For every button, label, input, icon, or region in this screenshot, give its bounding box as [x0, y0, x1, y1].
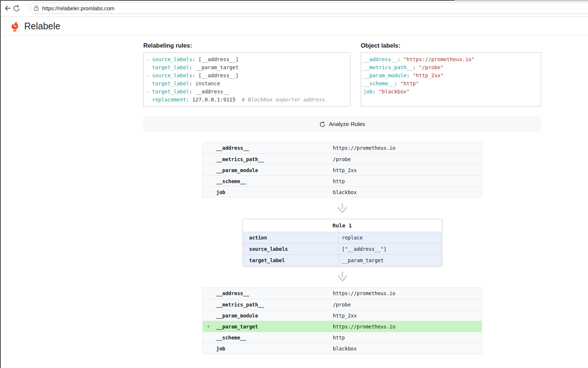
- labels-editor[interactable]: __address__: "https://prometheus.io"__me…: [361, 52, 541, 107]
- label-row: __param_modulehttp_2xx: [203, 310, 482, 321]
- yaml-key: __address__: [363, 56, 397, 62]
- input-labels-table: __address__https://prometheus.io__metric…: [202, 142, 482, 198]
- label-key: __metrics_path__: [203, 302, 333, 308]
- yaml-value: "http": [400, 81, 419, 86]
- rule-key: action: [243, 232, 338, 243]
- rule-key: source_labels: [243, 244, 338, 254]
- label-value: http_2xx: [333, 313, 357, 319]
- rule-rows: actionreplacesource_labels["__address__"…: [243, 232, 442, 266]
- yaml-key: target_label: [152, 81, 189, 86]
- label-key: __param_module: [203, 167, 333, 173]
- label-key: __scheme__: [203, 335, 333, 341]
- yaml-key: source_labels: [152, 73, 192, 78]
- label-value: /probe: [333, 156, 351, 162]
- reload-icon: [13, 5, 20, 12]
- code-line: __metrics_path__: "/probe": [363, 63, 539, 71]
- window-top-edge-right: [455, 0, 588, 1]
- back-button[interactable]: [3, 3, 12, 14]
- reload-button[interactable]: [12, 3, 21, 14]
- label-value: http: [333, 335, 345, 341]
- rule-row: source_labels["__address__"]: [243, 243, 442, 254]
- analyze-rules-button[interactable]: Analyze Rules: [143, 116, 541, 132]
- code-line: - source_labels: [__address__]: [146, 55, 348, 63]
- label-row: __address__https://prometheus.io: [203, 142, 482, 153]
- rule-row: actionreplace: [243, 232, 442, 243]
- yaml-key: job: [363, 89, 372, 94]
- label-row: __address__https://prometheus.io: [203, 288, 482, 299]
- label-key: __metrics_path__: [203, 156, 333, 162]
- label-row: __param_modulehttp_2xx: [203, 164, 482, 175]
- yaml-key: replacement: [152, 97, 186, 103]
- label-value: blackbox: [333, 346, 357, 352]
- yaml-value: [__address__]: [198, 73, 239, 78]
- rule-title: Rule 1: [243, 219, 442, 232]
- yaml-value: instance: [195, 81, 220, 86]
- yaml-value: [__address__]: [198, 56, 239, 62]
- refresh-cycle-icon: [319, 121, 326, 127]
- label-row: __scheme__http: [203, 332, 482, 343]
- yaml-comment: # Blackbox exporter address.: [235, 97, 328, 103]
- label-key: __param_module: [203, 313, 333, 319]
- window-left-edge: [0, 0, 1, 368]
- browser-toolbar: https://relabeler.promlabs.com: [0, 0, 588, 17]
- label-value: https://prometheus.io: [333, 324, 396, 330]
- arrow-left-icon: [4, 4, 12, 12]
- label-row: +__param_targethttps://prometheus.io: [203, 321, 482, 332]
- code-line: replacement: 127.0.0.1:9115 # Blackbox e…: [146, 96, 348, 104]
- label-row: __scheme__http: [203, 175, 482, 186]
- yaml-value: 127.0.0.1:9115: [192, 97, 235, 103]
- label-key: __param_target: [203, 324, 333, 330]
- code-line: __param_module: "http_2xx": [363, 71, 539, 79]
- url-bar[interactable]: https://relabeler.promlabs.com: [29, 3, 588, 14]
- yaml-value: "blackbox": [379, 89, 409, 94]
- label-key: job: [203, 346, 333, 352]
- yaml-value: "https://prometheus.io": [404, 56, 475, 62]
- label-row: __metrics_path__/probe: [203, 153, 482, 164]
- rule-value: replace: [338, 232, 363, 243]
- site-title: Relabele: [24, 21, 60, 31]
- yaml-value: "/probe": [419, 64, 444, 70]
- rule-row: target_label__param_target: [243, 254, 442, 266]
- label-value: http_2xx: [333, 167, 357, 173]
- flame-logo-icon: [10, 21, 20, 32]
- code-line: __address__: "https://prometheus.io": [363, 55, 539, 63]
- window-top-edge: [0, 0, 455, 1]
- arrow-down-icon: [337, 271, 348, 282]
- code-line: - source_labels: [__address__]: [146, 71, 348, 79]
- output-labels-table: __address__https://prometheus.io__metric…: [202, 287, 482, 354]
- label-row: jobblackbox: [203, 186, 482, 197]
- yaml-value: __param_target: [195, 64, 239, 70]
- rule-key: target_label: [243, 255, 338, 266]
- code-line: __scheme__: "http": [363, 79, 539, 88]
- url-text: https://relabeler.promlabs.com: [42, 5, 114, 11]
- analyze-rules-label: Analyze Rules: [329, 121, 365, 127]
- label-value: https://prometheus.io: [333, 145, 396, 151]
- label-key: __address__: [203, 145, 333, 151]
- rule-value: __param_target: [338, 255, 384, 266]
- code-line: job: "blackbox": [363, 88, 539, 96]
- yaml-key: __metrics_path__: [363, 64, 413, 70]
- label-key: __scheme__: [203, 178, 333, 184]
- rules-editor[interactable]: - source_labels: [__address__] target_la…: [143, 52, 350, 107]
- site-header: Relabele: [0, 17, 588, 36]
- label-key: job: [203, 189, 333, 195]
- yaml-key: __param_module: [363, 73, 407, 78]
- code-line: target_label: instance: [146, 79, 348, 88]
- label-value: https://prometheus.io: [333, 290, 396, 296]
- rule-card: Rule 1 actionreplacesource_labels["__add…: [243, 219, 442, 266]
- rule-value: ["__address__"]: [338, 244, 387, 254]
- yaml-key: target_label: [152, 89, 189, 94]
- rules-editor-label: Relabeling rules:: [143, 42, 350, 49]
- code-line: target_label: __param_target: [146, 63, 348, 71]
- yaml-key: source_labels: [152, 56, 192, 62]
- yaml-value: __address__: [195, 89, 229, 94]
- added-plus-icon: +: [207, 323, 210, 330]
- label-value: blackbox: [333, 189, 357, 195]
- yaml-key: target_label: [152, 64, 189, 70]
- padlock-icon: [34, 5, 39, 11]
- label-key: __address__: [203, 290, 333, 296]
- arrow-down-icon: [337, 203, 348, 214]
- yaml-key: __scheme__: [363, 81, 394, 86]
- main-content: Relabeling rules: - source_labels: [__ad…: [143, 36, 541, 354]
- labels-editor-label: Object labels:: [361, 42, 541, 49]
